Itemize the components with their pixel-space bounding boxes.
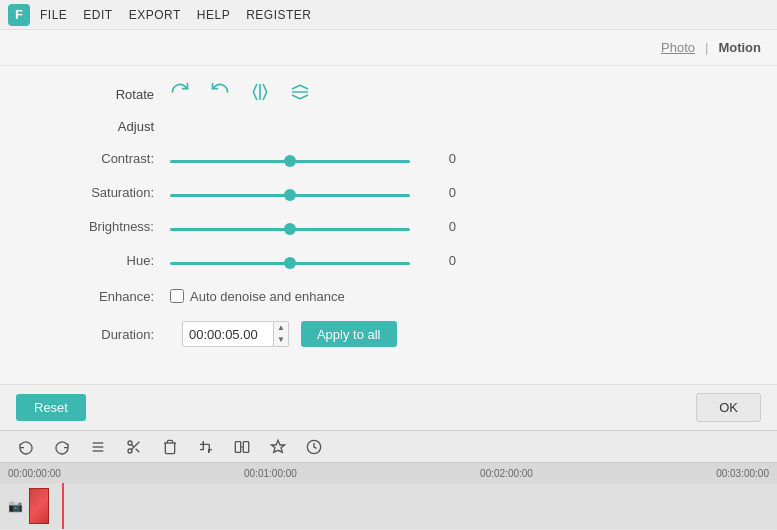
menu-help[interactable]: HELP [197, 8, 230, 22]
ruler-mark-0: 00:00:00:00 [8, 468, 61, 479]
transition-button[interactable] [230, 437, 254, 457]
flip-vertical-button[interactable] [290, 82, 310, 107]
app-logo: F [8, 4, 30, 26]
saturation-row: Saturation: 0 [40, 180, 737, 204]
adjust-section-header: Adjust [40, 119, 737, 134]
ruler-marks: 00:00:00:00 00:01:00:00 00:02:00:00 00:0… [0, 468, 777, 479]
track-clip[interactable] [29, 488, 49, 524]
svg-line-8 [136, 448, 140, 452]
saturation-value: 0 [426, 185, 456, 200]
cut-button[interactable] [122, 437, 146, 457]
duration-spinner: ▲ ▼ [273, 322, 288, 346]
bottom-bar: Reset OK [0, 384, 777, 430]
svg-point-5 [128, 441, 132, 445]
contrast-label: Contrast: [40, 151, 170, 166]
svg-line-9 [131, 444, 134, 447]
clock-button[interactable] [302, 437, 326, 457]
duration-decrement-button[interactable]: ▼ [274, 334, 288, 346]
undo-button[interactable] [14, 437, 38, 457]
menu-items: FILE EDIT EXPORT HELP REGISTER [40, 8, 312, 22]
saturation-slider[interactable] [170, 194, 410, 197]
duration-increment-button[interactable]: ▲ [274, 322, 288, 334]
top-bar: Photo | Motion [0, 30, 777, 66]
delete-button[interactable] [158, 437, 182, 457]
hue-row: Hue: 0 [40, 248, 737, 272]
saturation-slider-container [170, 185, 410, 200]
duration-row: Duration: ▲ ▼ Apply to all [40, 320, 737, 348]
menu-export[interactable]: EXPORT [129, 8, 181, 22]
brightness-slider[interactable] [170, 228, 410, 231]
main-content: Rotate [0, 66, 777, 384]
timeline-track: 📷 [0, 483, 777, 529]
apply-to-all-button[interactable]: Apply to all [301, 321, 397, 347]
timeline-area: 00:00:00:00 00:01:00:00 00:02:00:00 00:0… [0, 430, 777, 530]
enhance-checkbox-group: Auto denoise and enhance [170, 289, 345, 304]
menu-file[interactable]: FILE [40, 8, 67, 22]
tab-motion[interactable]: Motion [718, 40, 761, 55]
ruler-mark-1: 00:01:00:00 [244, 468, 297, 479]
crop-button[interactable] [194, 437, 218, 457]
top-bar-tabs: Photo | Motion [661, 40, 761, 55]
svg-rect-11 [243, 441, 248, 452]
menu-register[interactable]: REGISTER [246, 8, 311, 22]
brightness-label: Brightness: [40, 219, 170, 234]
adjust-section: Contrast: 0 Saturation: 0 Brightness: 0 … [40, 146, 737, 272]
timeline-ruler: 00:00:00:00 00:01:00:00 00:02:00:00 00:0… [0, 463, 777, 483]
rotate-row: Rotate [40, 82, 737, 107]
contrast-value: 0 [426, 151, 456, 166]
tab-photo[interactable]: Photo [661, 40, 695, 55]
hue-slider-container [170, 253, 410, 268]
hue-label: Hue: [40, 253, 170, 268]
enhance-label: Enhance: [40, 289, 170, 304]
duration-label: Duration: [40, 327, 170, 342]
enhance-row: Enhance: Auto denoise and enhance [40, 284, 737, 308]
pin-button[interactable] [266, 437, 290, 457]
settings-button[interactable] [86, 437, 110, 457]
rotate-cw-button[interactable] [170, 82, 190, 107]
ruler-mark-3: 00:03:00:00 [716, 468, 769, 479]
hue-value: 0 [426, 253, 456, 268]
adjust-label: Adjust [118, 119, 154, 134]
rotate-label: Rotate [116, 87, 154, 102]
menu-edit[interactable]: EDIT [83, 8, 112, 22]
duration-input[interactable] [183, 322, 273, 346]
contrast-slider[interactable] [170, 160, 410, 163]
hue-slider[interactable] [170, 262, 410, 265]
playhead [62, 483, 64, 529]
menubar: F FILE EDIT EXPORT HELP REGISTER [0, 0, 777, 30]
flip-horizontal-button[interactable] [250, 82, 270, 107]
contrast-slider-container [170, 151, 410, 166]
brightness-slider-container [170, 219, 410, 234]
tab-separator: | [705, 40, 708, 55]
ok-button[interactable]: OK [696, 393, 761, 422]
svg-point-6 [128, 449, 132, 453]
ruler-mark-2: 00:02:00:00 [480, 468, 533, 479]
enhance-checkbox[interactable] [170, 289, 184, 303]
contrast-row: Contrast: 0 [40, 146, 737, 170]
svg-rect-10 [235, 441, 240, 452]
reset-button[interactable]: Reset [16, 394, 86, 421]
brightness-value: 0 [426, 219, 456, 234]
brightness-row: Brightness: 0 [40, 214, 737, 238]
enhance-checkbox-label: Auto denoise and enhance [190, 289, 345, 304]
rotate-controls [170, 82, 310, 107]
rotate-ccw-button[interactable] [210, 82, 230, 107]
saturation-label: Saturation: [40, 185, 170, 200]
duration-input-wrapper: ▲ ▼ [182, 321, 289, 347]
redo-button[interactable] [50, 437, 74, 457]
timeline-toolbar [0, 431, 777, 463]
camera-icon: 📷 [8, 499, 23, 513]
